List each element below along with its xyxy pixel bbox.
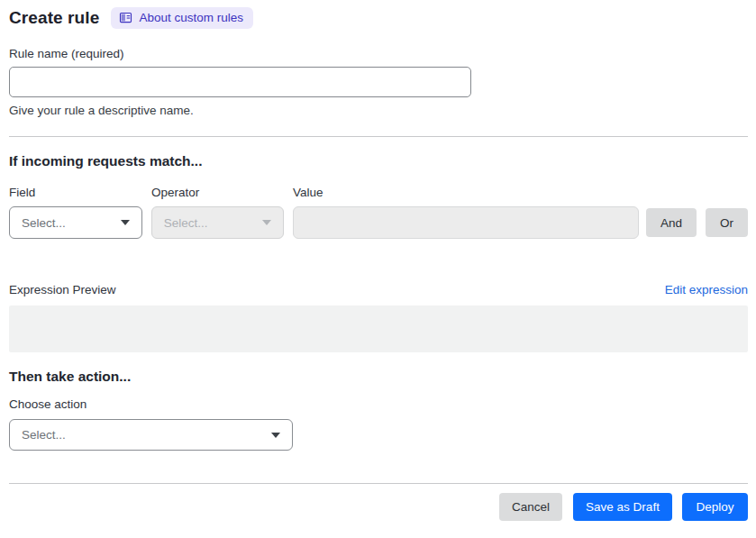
chevron-down-icon (121, 220, 130, 225)
about-badge-label: About custom rules (139, 11, 243, 24)
chevron-down-icon (271, 433, 280, 438)
or-button[interactable]: Or (706, 208, 748, 237)
field-select[interactable]: Select... (9, 206, 142, 239)
value-input[interactable] (293, 206, 639, 239)
and-button[interactable]: And (646, 208, 697, 237)
deploy-button[interactable]: Deploy (682, 493, 748, 521)
page-title: Create rule (9, 8, 99, 28)
choose-action-select[interactable]: Select... (9, 419, 293, 451)
choose-action-select-value: Select... (22, 428, 66, 442)
section-divider-top (9, 136, 748, 137)
match-section-heading: If incoming requests match... (9, 153, 748, 169)
chevron-down-icon (262, 220, 271, 225)
action-section-heading: Then take action... (9, 369, 748, 385)
field-label: Field (9, 186, 151, 199)
about-custom-rules-link[interactable]: About custom rules (111, 7, 253, 29)
page-header: Create rule About custom rules (9, 7, 748, 29)
match-controls-row: Select... Select... And Or (9, 206, 748, 239)
section-divider-bottom (9, 483, 748, 484)
rule-name-label: Rule name (required) (9, 47, 748, 60)
cancel-button[interactable]: Cancel (499, 493, 562, 521)
value-label: Value (293, 186, 323, 199)
create-rule-page: Create rule About custom rules Rule name… (0, 0, 756, 521)
rule-name-helper-text: Give your rule a descriptive name. (9, 104, 748, 117)
edit-expression-link[interactable]: Edit expression (665, 283, 748, 296)
operator-label: Operator (151, 186, 293, 199)
choose-action-label: Choose action (9, 397, 748, 411)
rule-name-input[interactable] (9, 67, 471, 97)
footer-actions: Cancel Save as Draft Deploy (9, 493, 748, 521)
expression-preview-label: Expression Preview (9, 283, 116, 296)
expression-preview-box (9, 305, 748, 352)
match-column-labels: Field Operator Value (9, 186, 748, 199)
field-select-value: Select... (22, 216, 66, 230)
book-icon (119, 11, 132, 24)
operator-select[interactable]: Select... (151, 206, 284, 239)
save-as-draft-button[interactable]: Save as Draft (573, 493, 672, 521)
expression-preview-row: Expression Preview Edit expression (9, 283, 748, 296)
operator-select-value: Select... (164, 216, 208, 230)
